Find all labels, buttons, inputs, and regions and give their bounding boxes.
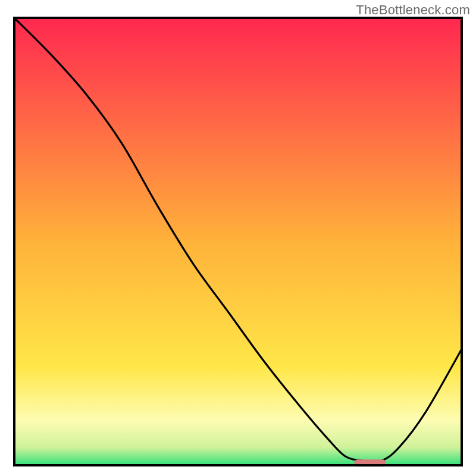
plot-background-gradient [14,18,462,465]
chart-container: TheBottleneck.com [0,0,476,476]
watermark-text: TheBottleneck.com [356,2,470,18]
plot-area [14,18,462,466]
bottleneck-chart [0,0,476,476]
